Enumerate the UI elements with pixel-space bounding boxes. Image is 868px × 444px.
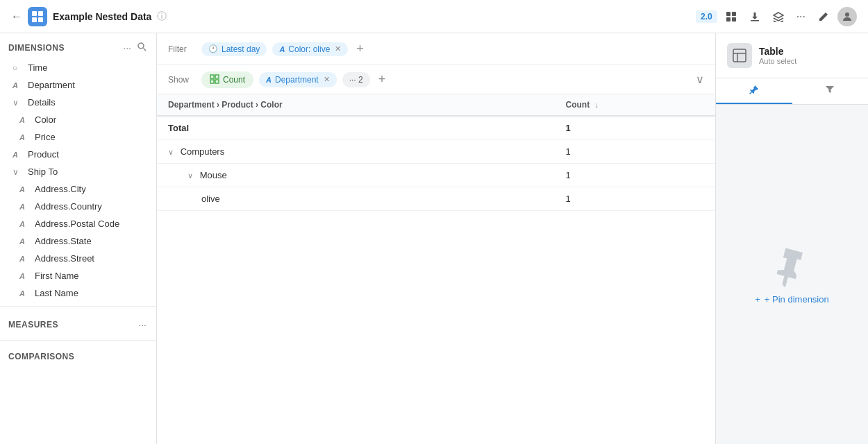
sidebar-item-color[interactable]: A Color [3,111,153,128]
show-chip-department-icon: A [266,76,272,84]
show-expand-button[interactable]: ∨ [696,73,704,86]
show-chip-department[interactable]: A Department ✕ [259,72,337,87]
dimensions-actions: ··· [122,40,148,55]
sidebar-item-address-postal-label: Address.Postal Code [35,219,119,229]
show-label: Show [168,75,196,85]
sidebar-item-price-label: Price [35,132,56,142]
back-button[interactable]: ← [11,10,22,23]
sidebar-item-department[interactable]: A Department [3,76,153,94]
svg-rect-13 [210,80,214,83]
panel-subtitle: Auto select [759,57,796,65]
pin-large-icon [766,238,818,292]
svg-rect-1 [38,11,43,16]
topbar-left: ← Example Nested Data ⓘ [11,7,689,26]
sidebar-item-shipto[interactable]: ∨ Ship To [3,163,153,180]
table-cell-mouse-count: 1 [555,164,715,187]
svg-line-10 [144,49,147,51]
filter-label: Filter [168,44,196,54]
filter-chip-color-olive-close[interactable]: ✕ [335,44,341,53]
show-chip-count[interactable]: Count [201,71,253,88]
sidebar-item-shipto-label: Ship To [28,166,58,177]
layers-button[interactable] [769,8,788,25]
sidebar-item-first-name-label: First Name [35,271,79,281]
sidebar-item-address-state[interactable]: A Address.State [3,232,153,250]
sidebar-item-time[interactable]: ○ Time [3,59,153,76]
table-row-computers: ∨ Computers 1 [157,140,715,164]
data-table: Department › Product › Color Count ↓ Tot… [157,94,715,211]
content-area: Filter 🕐 Latest day A Color: olive ✕ + S… [157,33,715,444]
sidebar-item-first-name[interactable]: A First Name [3,267,153,284]
pin-dimension-icon: + [755,294,760,305]
sidebar-item-department-label: Department [28,80,75,90]
address-city-icon: A [19,185,31,194]
dimensions-search-button[interactable] [135,40,148,55]
version-badge: 2.0 [696,10,717,23]
sidebar-item-details-label: Details [28,97,56,108]
panel-title: Table [759,46,796,57]
measures-header: Measures ··· [0,311,156,336]
comparisons-header: Comparisons [0,345,156,366]
table-scroll[interactable]: Department › Product › Color Count ↓ Tot… [157,94,715,444]
measures-more-button[interactable]: ··· [137,318,148,332]
app-icon [28,7,47,26]
sidebar-item-address-country[interactable]: A Address.Country [3,198,153,215]
svg-point-8 [845,12,849,17]
grid-button[interactable] [721,8,741,25]
svg-rect-7 [732,17,736,22]
table-cell-computers-label: ∨ Computers [157,140,555,164]
sidebar-item-details[interactable]: ∨ Details [3,94,153,111]
filter-chip-color-olive-icon: A [279,45,285,53]
main-layout: Dimensions ··· ○ Time A Department ∨ Det… [0,33,868,444]
filter-add-button[interactable]: + [353,40,367,58]
svg-rect-14 [215,80,219,83]
measures-title: Measures [8,320,58,330]
show-chip-department-close[interactable]: ✕ [324,75,330,84]
filter-chip-latest-day[interactable]: 🕐 Latest day [201,42,267,56]
show-chip-count-text: Count [223,75,245,85]
time-icon: ○ [12,63,24,73]
count-column-label: Count [566,100,590,110]
show-chip-more-text: ··· 2 [349,75,363,85]
sidebar-item-address-postal[interactable]: A Address.Postal Code [3,215,153,232]
download-button[interactable] [745,8,765,25]
sort-desc-icon[interactable]: ↓ [595,101,599,109]
mouse-expand-icon[interactable]: ∨ [187,171,193,180]
table-row-total: Total 1 [157,116,715,140]
show-chip-department-text: Department [275,75,319,85]
dimensions-more-button[interactable]: ··· [122,40,133,55]
panel-tab-filter[interactable] [792,78,869,104]
table-cell-total-label: Total [157,116,555,140]
dimensions-title: Dimensions [8,43,65,53]
show-chip-more[interactable]: ··· 2 [342,72,370,87]
last-name-icon: A [19,289,31,298]
dimension-column-label: Department › Product › Color [168,100,283,110]
svg-rect-6 [726,17,731,22]
filter-bar: Filter 🕐 Latest day A Color: olive ✕ + [157,33,715,65]
pin-dimension-button[interactable]: + + Pin dimension [755,294,828,305]
sidebar-divider-2 [0,340,156,341]
address-postal-icon: A [19,220,31,228]
info-icon[interactable]: ⓘ [157,10,167,23]
avatar[interactable] [837,7,857,26]
panel-tab-pin[interactable] [716,78,792,104]
first-name-icon: A [19,272,31,280]
comparisons-title: Comparisons [8,352,74,361]
count-icon [210,74,219,85]
computers-expand-icon[interactable]: ∨ [168,148,174,156]
sidebar-item-price[interactable]: A Price [3,128,153,146]
edit-button[interactable] [814,8,833,25]
pin-dimension-label: + Pin dimension [765,294,829,305]
filter-chip-color-olive-text: Color: olive [288,44,330,54]
filter-chip-color-olive[interactable]: A Color: olive ✕ [272,42,348,56]
show-add-button[interactable]: + [376,71,389,88]
table-row-mouse: ∨ Mouse 1 [157,164,715,187]
details-expand-icon: ∨ [12,98,24,108]
sidebar-item-address-city[interactable]: A Address.City [3,180,153,198]
shipto-expand-icon: ∨ [12,167,24,177]
more-button[interactable]: ··· [792,8,810,26]
sidebar-item-address-street[interactable]: A Address.Street [3,250,153,267]
panel-body: + + Pin dimension [716,105,868,444]
sidebar-item-product[interactable]: A Product [3,146,153,163]
table-cell-olive-label: olive [157,187,555,211]
sidebar-item-last-name[interactable]: A Last Name [3,284,153,302]
